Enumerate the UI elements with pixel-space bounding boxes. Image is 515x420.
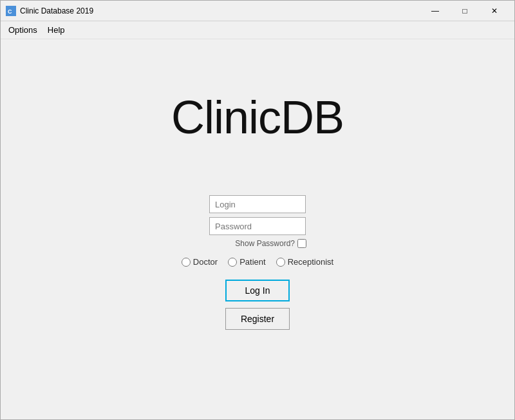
login-button[interactable]: Log In: [225, 280, 290, 301]
radio-receptionist-label: Receptionist: [288, 257, 334, 267]
radio-receptionist[interactable]: [276, 258, 285, 267]
show-password-checkbox[interactable]: [297, 239, 306, 248]
login-input[interactable]: [209, 195, 306, 213]
app-icon: C: [6, 6, 16, 16]
minimize-button[interactable]: —: [420, 1, 450, 21]
app-title: ClinicDB: [171, 91, 344, 144]
maximize-button[interactable]: □: [450, 1, 480, 21]
svg-text:C: C: [8, 8, 12, 15]
menu-bar: Options Help: [1, 21, 514, 39]
window-title: Clinic Database 2019: [20, 6, 420, 15]
window-controls: — □ ✕: [420, 1, 509, 21]
login-form: Show Password? Doctor Patient Receptioni…: [193, 195, 322, 330]
main-content: ClinicDB Show Password? Doctor Patient: [1, 39, 514, 419]
password-input[interactable]: [209, 217, 306, 235]
show-password-label: Show Password?: [235, 239, 295, 248]
register-button[interactable]: Register: [225, 308, 290, 330]
app-window: C Clinic Database 2019 — □ ✕ Options Hel…: [0, 0, 515, 420]
menu-options[interactable]: Options: [3, 23, 42, 37]
radio-doctor-label: Doctor: [193, 257, 218, 267]
show-password-row: Show Password?: [235, 239, 306, 248]
radio-option-receptionist[interactable]: Receptionist: [276, 257, 334, 267]
radio-patient[interactable]: [228, 258, 237, 267]
radio-doctor[interactable]: [182, 258, 191, 267]
radio-patient-label: Patient: [239, 257, 265, 267]
radio-option-doctor[interactable]: Doctor: [182, 257, 218, 267]
radio-option-patient[interactable]: Patient: [228, 257, 265, 267]
close-button[interactable]: ✕: [480, 1, 509, 21]
role-radio-group: Doctor Patient Receptionist: [182, 257, 333, 267]
menu-help[interactable]: Help: [42, 23, 70, 37]
title-bar: C Clinic Database 2019 — □ ✕: [1, 1, 514, 21]
